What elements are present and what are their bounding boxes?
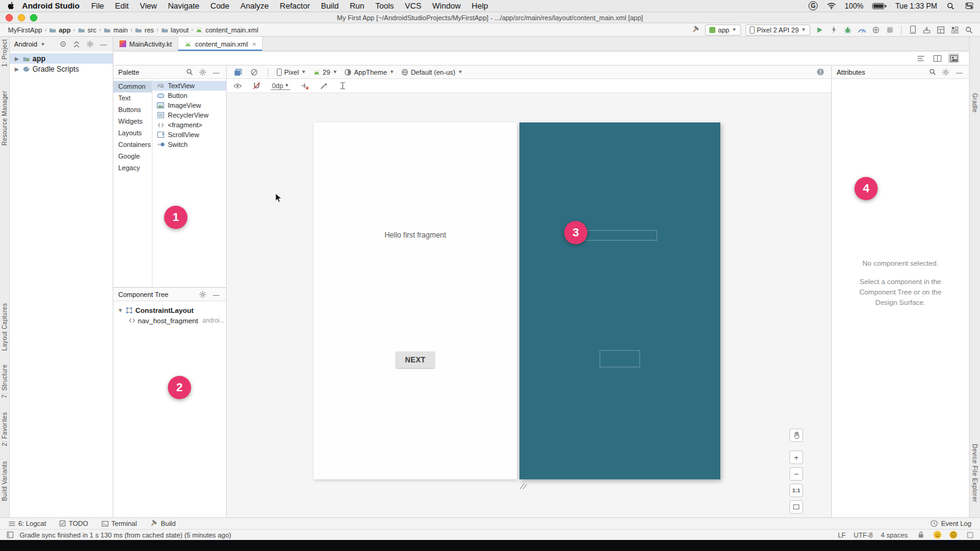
toolwindow-logcat[interactable]: 6: Logcat [9,520,46,527]
pack-align-icon[interactable] [337,81,347,91]
feedback-sad-icon[interactable]: ☹ [949,531,957,539]
collapse-all-icon[interactable] [72,39,81,49]
palette-category-layouts[interactable]: Layouts [113,127,152,139]
stop-icon[interactable] [885,25,895,35]
stripe-build-variants-button[interactable]: Build Variants [1,461,8,501]
toolwindow-terminal[interactable]: Terminal [102,520,137,527]
component-tree-item-nav-host-fragment[interactable]: nav_host_fragment androi... [113,315,226,326]
project-tree-item-app[interactable]: ▶ app [10,53,113,64]
structure-icon[interactable] [950,25,960,35]
menubar-clock[interactable]: Tue 1:33 PM [895,2,937,10]
traffic-light-zoom[interactable] [30,14,37,21]
palette-item-imageview[interactable]: ImageView [153,100,226,110]
line-separator-indicator[interactable]: LF [838,531,846,539]
preview-hello-text[interactable]: Hello first fragment [314,231,517,239]
menu-item-edit[interactable]: Edit [110,1,134,10]
stripe-resource-manager-button[interactable]: Resource Manager [1,91,8,146]
palette-category-buttons[interactable]: Buttons [113,104,152,116]
breadcrumb-layout[interactable]: layout [159,26,190,34]
hide-panel-icon[interactable]: — [211,290,221,299]
run-icon[interactable] [815,25,824,35]
avd-manager-icon[interactable] [908,25,918,35]
breadcrumb-file[interactable]: content_main.xml [194,26,260,34]
code-view-icon[interactable] [915,53,926,63]
design-view-icon[interactable] [948,53,959,63]
locale-dropdown[interactable]: Default (en-us)▼ [401,69,463,76]
profiler-icon[interactable] [857,25,867,35]
search-icon[interactable] [184,67,194,77]
preview-next-button[interactable]: NEXT [396,351,435,368]
indent-indicator[interactable]: 4 spaces [881,531,908,539]
infer-constraints-icon[interactable] [318,81,328,91]
stripe-project-button[interactable]: 1: Project [1,39,8,67]
menu-item-navigate[interactable]: Navigate [162,1,205,10]
palette-item-recyclerview[interactable]: RecyclerView [153,110,226,120]
lock-icon[interactable] [916,530,925,540]
component-tree-item-constraintlayout[interactable]: ▼ ConstraintLayout [113,305,226,315]
design-view-surface[interactable]: Hello first fragment NEXT [314,122,517,479]
debug-icon[interactable] [843,25,853,35]
split-view-icon[interactable] [932,53,943,63]
palette-item-scrollview[interactable]: ScrollView [153,130,226,140]
wifi-icon[interactable] [826,1,836,11]
expand-arrow-icon[interactable]: ▶ [15,56,20,62]
design-surface-icon[interactable] [233,67,243,77]
device-picker-dropdown[interactable]: Pixel▼ [277,69,306,76]
warnings-errors-icon[interactable] [815,67,825,77]
palette-item-textview[interactable]: Ab TextView [153,81,226,91]
zoom-in-button[interactable]: + [790,451,803,464]
stripe-layout-captures-button[interactable]: Layout Captures [1,303,8,351]
expand-arrow-icon[interactable]: ▶ [15,66,20,72]
traffic-light-close[interactable] [6,14,13,21]
stripe-device-file-explorer-button[interactable]: Device File Explorer [971,444,978,502]
menu-item-refactor[interactable]: Refactor [274,1,315,10]
run-config-dropdown[interactable]: app▼ [705,24,741,36]
gear-icon[interactable] [198,67,208,77]
breadcrumb-src[interactable]: src [76,26,99,34]
menu-item-file[interactable]: File [86,1,110,10]
layout-inspector-icon[interactable] [936,25,946,35]
orientation-icon[interactable] [249,67,259,77]
breadcrumb-app[interactable]: app [47,26,73,34]
palette-item-switch[interactable]: Switch [153,140,226,149]
reader-mode-icon[interactable] [965,530,975,540]
gear-icon[interactable] [85,39,95,49]
zoom-fit-button[interactable] [790,500,803,514]
palette-category-widgets[interactable]: Widgets [113,116,152,127]
menu-item-help[interactable]: Help [466,1,494,10]
collapse-arrow-icon[interactable]: ▼ [118,307,123,313]
api-level-dropdown[interactable]: 29▼ [313,69,337,76]
zoom-reset-button[interactable]: 1:1 [790,484,803,497]
stripe-gradle-button[interactable]: Gradle [971,93,978,113]
feedback-happy-icon[interactable]: ☺ [933,531,941,539]
autoconnect-magnet-icon[interactable] [252,81,262,91]
project-view-selector[interactable]: Android [14,40,37,48]
stripe-structure-button[interactable]: 7: Structure [1,364,8,398]
menu-item-tools[interactable]: Tools [370,1,399,10]
menu-item-analyze[interactable]: Analyze [235,1,274,10]
view-options-icon[interactable] [233,81,243,91]
build-hammer-icon[interactable] [691,25,701,35]
breadcrumb-main[interactable]: main [102,26,130,34]
design-canvas[interactable]: Hello first fragment NEXT [227,93,831,517]
canvas-resize-handle[interactable] [519,482,527,490]
tab-content-main[interactable]: content_main.xml × [178,37,263,51]
hide-panel-icon[interactable]: — [211,67,221,77]
apple-icon[interactable] [6,1,16,11]
menu-item-view[interactable]: View [134,1,162,10]
menu-item-code[interactable]: Code [205,1,235,10]
menubar-app-name[interactable]: Android Studio [16,1,86,10]
control-center-icon[interactable] [964,1,974,11]
battery-icon[interactable] [872,1,887,11]
grammarly-icon[interactable]: G [809,1,818,10]
palette-category-common[interactable]: Common [113,81,152,92]
toolwindow-build[interactable]: Build [150,520,175,527]
hide-panel-icon[interactable]: — [99,39,108,49]
blueprint-view-surface[interactable] [519,122,720,479]
stripe-favorites-button[interactable]: 2: Favorites [1,412,8,446]
apply-changes-icon[interactable] [829,25,839,35]
project-tree-item-gradle-scripts[interactable]: ▶ Gradle Scripts [10,64,113,74]
search-everywhere-icon[interactable] [964,25,974,35]
traffic-light-minimize[interactable] [18,14,25,21]
theme-dropdown[interactable]: AppTheme▼ [344,69,394,76]
